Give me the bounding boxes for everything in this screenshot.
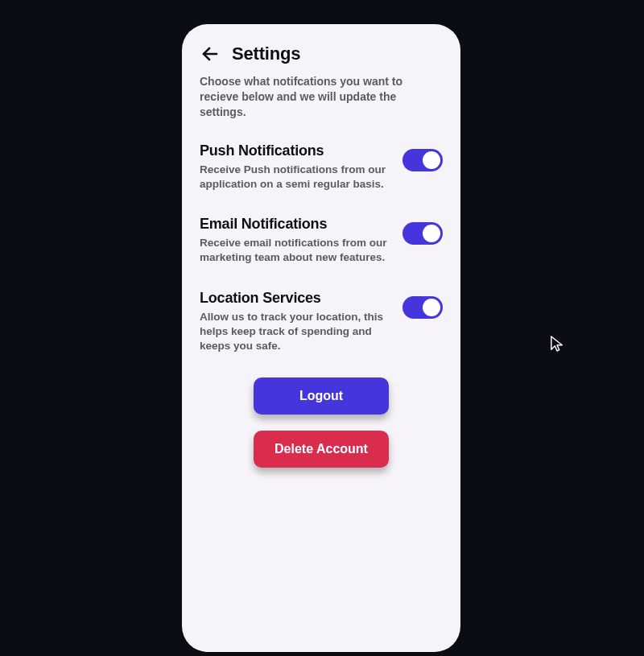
setting-description: Receive email notifications from our mar… [200,236,390,265]
setting-text: Location Services Allow us to track your… [200,290,390,354]
toggle-knob [423,225,440,242]
logout-button[interactable]: Logout [254,378,389,415]
cursor-icon [550,335,564,353]
toggle-knob [423,151,440,169]
page-subtitle: Choose what notifcations you want to rec… [200,74,443,120]
arrow-left-icon [200,44,220,64]
action-buttons: Logout Delete Account [198,378,444,468]
setting-title: Email Notifications [200,216,390,233]
toggle-knob [423,299,440,316]
header-row: Settings [200,43,444,64]
location-services-toggle[interactable] [402,296,443,319]
setting-description: Allow us to track your location, this he… [200,310,390,354]
setting-row-push: Push Notifications Receive Push notifica… [198,142,444,192]
setting-text: Push Notifications Receive Push notifica… [200,142,390,192]
setting-row-email: Email Notifications Receive email notifi… [198,216,444,265]
delete-account-button[interactable]: Delete Account [254,431,389,468]
settings-screen: Settings Choose what notifcations you wa… [182,24,460,652]
setting-text: Email Notifications Receive email notifi… [200,216,390,265]
back-button[interactable] [200,43,221,64]
page-title: Settings [232,43,300,64]
push-notifications-toggle[interactable] [402,149,443,171]
email-notifications-toggle[interactable] [402,222,443,245]
setting-title: Push Notifications [200,142,390,159]
setting-description: Receive Push notifications from our appl… [200,163,390,192]
setting-row-location: Location Services Allow us to track your… [198,290,444,354]
setting-title: Location Services [200,290,390,307]
